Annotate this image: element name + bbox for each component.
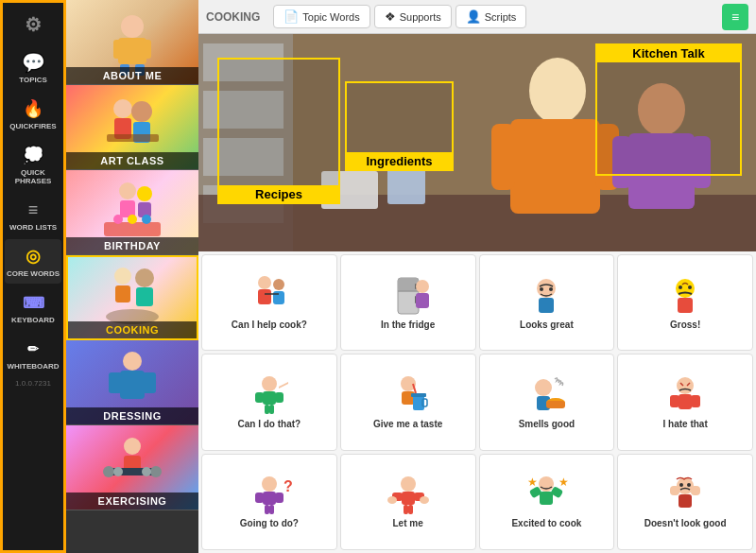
svg-rect-43 — [510, 119, 600, 214]
ingredients-label: Ingredients — [347, 152, 452, 170]
scripts-icon: 👤 — [466, 9, 481, 24]
phrase-doesnt-look-good[interactable]: Doesn't look good — [617, 454, 753, 550]
keyboard-label: KEYBOARD — [11, 316, 55, 324]
svg-point-18 — [142, 215, 151, 224]
sidebar-item-topics[interactable]: 💬 TOPICS — [5, 45, 61, 90]
core-words-icon: ◎ — [19, 245, 47, 268]
keyboard-icon: ⌨ — [19, 291, 47, 314]
svg-rect-98 — [265, 505, 269, 514]
svg-point-54 — [273, 279, 284, 290]
topics-list: ABOUT ME ART CLASS — [66, 0, 198, 553]
green-menu-button[interactable]: ≡ — [722, 4, 748, 30]
can-i-do-that-label: Can I do that? — [238, 419, 301, 430]
phrase-in-the-fridge[interactable]: In the fridge — [340, 254, 476, 351]
topics-icon: 💬 — [19, 51, 47, 74]
phrase-can-i-help-cook[interactable]: Can I help cook? — [201, 254, 337, 351]
green-menu-icon: ≡ — [731, 9, 739, 25]
svg-point-84 — [535, 379, 552, 396]
recipes-label: Recipes — [219, 185, 338, 203]
svg-point-70 — [688, 285, 692, 289]
birthday-label: BIRTHDAY — [66, 237, 198, 254]
dressing-image — [99, 350, 165, 416]
svg-rect-25 — [120, 371, 145, 399]
svg-rect-108 — [408, 505, 413, 514]
can-i-do-that-icon — [245, 374, 294, 417]
looks-great-label: Looks great — [520, 320, 574, 331]
svg-point-8 — [131, 101, 152, 122]
looks-great-icon — [522, 275, 571, 318]
phrase-gross[interactable]: Gross! — [617, 254, 753, 351]
scripts-label: Scripts — [485, 11, 517, 23]
phrase-excited-to-cook[interactable]: ★ ★ Excited to cook — [479, 454, 615, 550]
svg-rect-73 — [263, 391, 276, 405]
svg-point-42 — [529, 58, 586, 124]
core-words-label: CORE WORDS — [7, 269, 60, 278]
about-me-label: ABOUT ME — [66, 67, 198, 84]
topic-words-button[interactable]: 📄 Topic Words — [273, 5, 369, 28]
sidebar-item-keyboard[interactable]: ⌨ KEYBOARD — [5, 285, 61, 330]
svg-point-72 — [262, 376, 277, 391]
sidebar-item-quick-phrases[interactable]: 💭 QUICK PHRASES — [5, 138, 61, 191]
sidebar-item-word-lists[interactable]: ≡ WORD LISTS — [5, 193, 61, 237]
svg-rect-20 — [115, 285, 130, 302]
phrase-smells-good[interactable]: Smells good — [479, 354, 615, 450]
main-content: COOKING 📄 Topic Words ❖ Supports 👤 Scrip… — [198, 0, 756, 553]
quick-phrases-icon: 💭 — [19, 144, 47, 166]
smells-good-label: Smells good — [519, 419, 575, 430]
phrase-let-me[interactable]: Let me — [340, 454, 476, 550]
phrase-give-me-a-taste[interactable]: Give me a taste — [340, 354, 476, 450]
topic-dressing[interactable]: DRESSING — [66, 340, 198, 425]
phrase-looks-great[interactable]: Looks great — [479, 254, 615, 351]
topic-words-icon: 📄 — [284, 9, 299, 24]
svg-point-13 — [137, 186, 152, 201]
in-the-fridge-label: In the fridge — [381, 320, 435, 331]
svg-point-11 — [119, 182, 136, 199]
svg-rect-97 — [275, 493, 284, 503]
svg-point-64 — [537, 279, 556, 298]
phrase-i-hate-that[interactable]: I hate that — [617, 354, 753, 450]
annotation-ingredients[interactable]: Ingredients — [345, 81, 454, 171]
svg-rect-81 — [411, 393, 426, 397]
svg-rect-10 — [107, 134, 159, 142]
video-background: Recipes Ingredients Kitchen Talk — [198, 34, 756, 251]
annotation-recipes[interactable]: Recipes — [217, 58, 340, 204]
exercising-label: EXERCISING — [66, 493, 198, 510]
svg-rect-77 — [269, 405, 274, 414]
excited-to-cook-icon: ★ ★ — [522, 474, 571, 516]
topic-art-class[interactable]: ART CLASS — [66, 85, 198, 170]
topic-cooking[interactable]: COOKING — [66, 255, 198, 340]
svg-point-34 — [142, 467, 151, 476]
topic-about-me[interactable]: ABOUT ME — [66, 0, 198, 85]
let-me-icon — [384, 474, 433, 516]
sidebar-item-quickfires[interactable]: 🔥 QUICKFIRES — [5, 92, 61, 136]
phrase-going-to-do[interactable]: ? Going to do? — [201, 454, 337, 550]
gear-icon: ⚙ — [21, 9, 45, 40]
svg-rect-71 — [678, 298, 693, 313]
i-hate-that-icon — [661, 374, 710, 417]
sidebar-item-whiteboard[interactable]: ✏ WHITEBOARD — [5, 332, 61, 376]
phrase-can-i-do-that[interactable]: Can I do that? — [201, 354, 337, 450]
svg-rect-87 — [546, 401, 565, 408]
svg-rect-3 — [142, 40, 151, 59]
toolbar: COOKING 📄 Topic Words ❖ Supports 👤 Scrip… — [198, 0, 756, 34]
svg-point-6 — [113, 99, 132, 118]
svg-point-16 — [113, 215, 123, 224]
svg-rect-15 — [104, 222, 161, 236]
topic-birthday[interactable]: BIRTHDAY — [66, 170, 198, 255]
version-text: 1.0.0.7231 — [13, 377, 53, 389]
let-me-label: Let me — [393, 518, 423, 529]
about-me-image — [99, 9, 165, 76]
topic-exercising[interactable]: EXERCISING — [66, 425, 198, 510]
svg-point-105 — [387, 496, 397, 504]
svg-rect-110 — [540, 492, 553, 505]
supports-button[interactable]: ❖ Supports — [374, 5, 452, 28]
svg-rect-22 — [136, 287, 153, 306]
svg-rect-95 — [263, 492, 276, 505]
sidebar-item-core-words[interactable]: ◎ CORE WORDS — [5, 239, 61, 284]
svg-point-120 — [687, 483, 691, 487]
gear-button[interactable]: ⚙ — [5, 8, 61, 43]
art-class-image — [99, 95, 165, 161]
annotation-kitchen-talk[interactable]: Kitchen Talk — [595, 43, 742, 176]
scripts-button[interactable]: 👤 Scripts — [455, 5, 527, 28]
excited-to-cook-label: Excited to cook — [511, 518, 581, 529]
